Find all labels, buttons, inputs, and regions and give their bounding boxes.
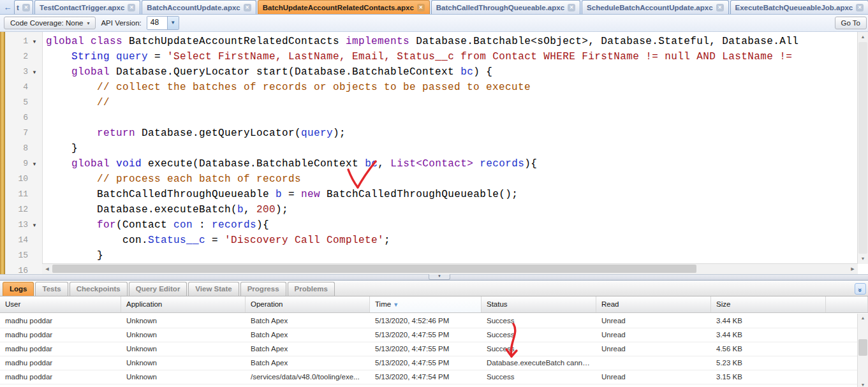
code-line[interactable]: for(Contact con : records){ [46, 217, 858, 233]
code-line[interactable]: // process each batch of records [46, 172, 858, 187]
editor-tab[interactable]: ScheduleBatchAccountUpdate.apxc✕ [582, 0, 728, 14]
log-cell: Success [482, 342, 596, 356]
panel-tab-view-state[interactable]: View State [188, 282, 239, 296]
log-row[interactable]: madhu poddarUnknownBatch Apex5/13/2020, … [0, 314, 858, 328]
panel-tab-tests[interactable]: Tests [35, 282, 68, 296]
tab-close-icon[interactable]: ✕ [128, 4, 135, 11]
log-cell: /services/data/v48.0/tooling/exe... [246, 370, 370, 384]
line-number: 12 [5, 202, 28, 217]
fold-spacer [28, 248, 41, 263]
editor-vertical-scrollbar[interactable]: ▲ ▼ [857, 32, 868, 264]
code-line[interactable]: // [46, 95, 858, 110]
splitter-collapse-handle[interactable]: ▼ [429, 274, 450, 280]
code-line[interactable]: global Database.QueryLocator start(Datab… [46, 64, 858, 80]
log-cell: 4.56 KB [711, 342, 826, 356]
editor-tab[interactable]: TestContactTrigger.apxc✕ [34, 0, 140, 14]
code-line[interactable]: Database.executeBatch(b, 200); [46, 202, 858, 217]
code-line[interactable]: return Database.getQueryLocator(query); [46, 126, 858, 141]
tab-close-icon[interactable]: ✕ [22, 4, 30, 11]
log-row[interactable]: madhu poddarUnknownBatch Apex5/13/2020, … [0, 342, 858, 356]
fold-toggle-icon[interactable]: ▾ [28, 156, 41, 172]
editor-gutter: 1▾23▾456789▾10111213▾141516 [5, 32, 43, 274]
fold-spacer [28, 49, 41, 64]
code-line[interactable]: } [46, 248, 858, 263]
tab-scroll-left-icon[interactable]: ← [2, 2, 13, 13]
collapsed-west-panel-strip[interactable] [0, 32, 5, 274]
log-cell: 3.2 KB [711, 384, 826, 387]
panel-tab-progress[interactable]: Progress [240, 282, 286, 296]
editor-tab-label: BatchCalledThroughQueueable.apxc [436, 4, 564, 11]
editor-tab-overflow[interactable]: t ✕ [14, 0, 33, 14]
tab-close-icon[interactable]: ✕ [856, 4, 864, 11]
tab-close-icon[interactable]: ✕ [244, 4, 251, 11]
tab-close-icon[interactable]: ✕ [716, 4, 724, 11]
api-version-select[interactable]: 48 ▼ [147, 16, 179, 30]
combo-trigger-icon: ▼ [167, 17, 179, 29]
code-line[interactable]: con.Status__c = 'Discovery Call Complete… [46, 233, 858, 248]
panel-tab-logs[interactable]: Logs [3, 282, 34, 296]
scroll-left-icon[interactable]: ◀ [42, 264, 52, 274]
column-header-user[interactable]: User [0, 296, 121, 312]
log-cell: 3.44 KB [711, 328, 826, 342]
code-coverage-button[interactable]: Code Coverage: None ▾ [4, 17, 96, 29]
scroll-down-icon[interactable]: ▼ [858, 381, 868, 387]
scroll-right-icon[interactable]: ▶ [848, 264, 858, 274]
gutter-line: 2 [5, 49, 42, 64]
log-cell: 5/13/2020, 4:47:55 PM [370, 342, 482, 356]
column-header-read[interactable]: Read [596, 296, 711, 312]
fold-toggle-icon[interactable]: ▾ [28, 64, 41, 80]
editor-tab[interactable]: ExecuteBatchQueueableJob.apxc✕ [730, 0, 868, 14]
code-line[interactable]: } [46, 141, 858, 156]
panel-splitter[interactable]: ▼ [0, 274, 868, 281]
log-cell: 5/13/2020, 4:52:46 PM [370, 314, 482, 328]
editor-horizontal-scrollbar[interactable]: ◀ ▶ [42, 263, 858, 274]
code-line[interactable]: global class BatchUpdateAccountRelatedCo… [46, 34, 858, 49]
column-header-application[interactable]: Application [121, 296, 246, 312]
go-to-button[interactable]: Go To [835, 17, 867, 29]
code-editor: 1▾23▾456789▾10111213▾141516 global class… [0, 32, 868, 274]
fold-toggle-icon[interactable]: ▾ [28, 217, 41, 233]
collapse-panel-button[interactable]: » [855, 283, 866, 295]
tab-close-icon[interactable]: ✕ [417, 4, 425, 11]
fold-toggle-icon[interactable]: ▾ [28, 34, 41, 49]
tab-close-icon[interactable]: ✕ [568, 4, 575, 11]
log-cell: Unread [596, 384, 711, 387]
gutter-line: 4 [5, 80, 42, 95]
editor-tab[interactable]: BatchUpdateAccountRelatedContacts.apxc✕ [258, 0, 430, 14]
log-row[interactable]: madhu poddarUnknownBatch Apex5/13/2020, … [0, 384, 858, 387]
code-line[interactable]: String query = 'Select FirstName, LastNa… [46, 49, 858, 64]
code-line[interactable]: BatchCalledThroughQueueable b = new Batc… [46, 187, 858, 202]
line-number: 5 [5, 95, 28, 110]
editor-tab[interactable]: BatchCalledThroughQueueable.apxc✕ [431, 0, 580, 14]
log-cell: Unknown [121, 328, 246, 342]
panel-tab-problems[interactable]: Problems [288, 282, 335, 296]
code-lines[interactable]: global class BatchUpdateAccountRelatedCo… [43, 32, 858, 264]
editor-tab[interactable]: BatchAccountUpdate.apxc✕ [142, 0, 256, 14]
scrollbar-thumb[interactable] [858, 339, 867, 356]
column-header-size[interactable]: Size [711, 296, 826, 312]
log-row[interactable]: madhu poddarUnknownBatch Apex5/13/2020, … [0, 356, 858, 370]
scrollbar-thumb[interactable] [858, 42, 867, 254]
log-cell: Unknown [121, 370, 246, 384]
scroll-up-icon[interactable]: ▲ [858, 314, 868, 323]
panel-tab-query-editor[interactable]: Query Editor [129, 282, 188, 296]
log-row[interactable]: madhu poddarUnknownBatch Apex5/13/2020, … [0, 328, 858, 342]
code-line[interactable]: global void execute(Database.BatchableCo… [46, 156, 858, 172]
scrollbar-thumb[interactable] [52, 265, 696, 273]
developer-console-window: ← t ✕ TestContactTrigger.apxc✕BatchAccou… [0, 0, 868, 387]
panel-tab-checkpoints[interactable]: Checkpoints [70, 282, 128, 296]
column-header-time[interactable]: Time ▼ [370, 296, 482, 312]
log-row[interactable]: madhu poddarUnknown/services/data/v48.0/… [0, 370, 858, 384]
scroll-down-icon[interactable]: ▼ [858, 254, 868, 264]
scroll-up-icon[interactable]: ▲ [858, 32, 868, 42]
column-header-operation[interactable]: Operation [246, 296, 370, 312]
gutter-line: 5 [5, 95, 42, 110]
log-cell: Success [482, 384, 596, 387]
code-line[interactable]: // collect the batches of records or obj… [46, 80, 858, 95]
log-cell: Success [482, 314, 596, 328]
table-vertical-scrollbar[interactable]: ▲ ▼ [857, 314, 868, 387]
go-to-label: Go To [841, 19, 860, 27]
column-header-status[interactable]: Status [482, 296, 596, 312]
code-line[interactable] [46, 110, 858, 126]
panel-tab-strip: LogsTestsCheckpointsQuery EditorView Sta… [0, 281, 868, 296]
